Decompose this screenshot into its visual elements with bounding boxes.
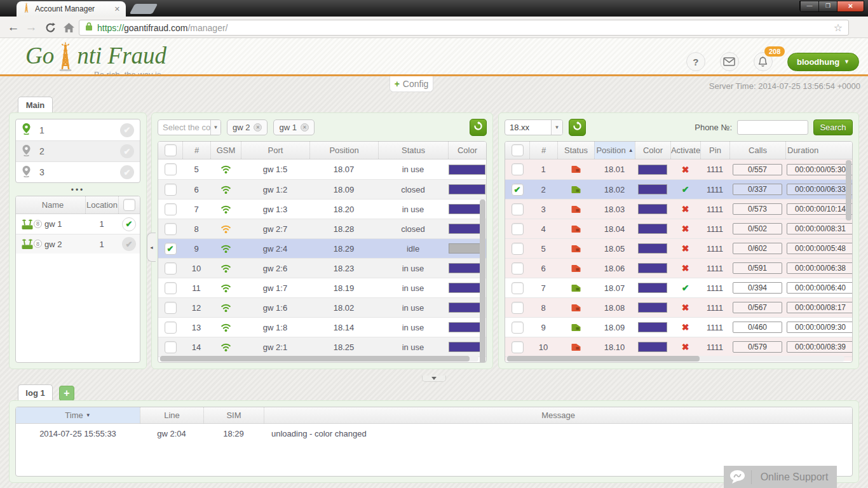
row-checkbox[interactable] bbox=[512, 302, 524, 314]
table-row[interactable]: 10gw 2:618.23in use bbox=[158, 258, 486, 278]
row-checkbox[interactable] bbox=[512, 223, 524, 235]
remove-tag-icon[interactable]: ✕ bbox=[301, 123, 309, 132]
help-button[interactable]: ? bbox=[686, 52, 705, 71]
online-support-button[interactable]: Online Support bbox=[724, 466, 837, 488]
table-row[interactable]: 518.05✖11110/60200:00:00/05:48 bbox=[505, 238, 852, 258]
column-header: Activate bbox=[670, 142, 700, 159]
row-checkbox[interactable] bbox=[512, 262, 524, 274]
refresh-sims-button[interactable] bbox=[569, 119, 586, 136]
new-tab-button[interactable] bbox=[130, 4, 158, 14]
sort-asc-icon: ▲ bbox=[628, 147, 634, 153]
gateway-check-icon[interactable]: ✔ bbox=[122, 237, 136, 251]
table-row[interactable]: 918.09✖11110/46000:00:00/09:30 bbox=[505, 317, 852, 337]
reload-button[interactable] bbox=[42, 19, 58, 36]
log-line: gw 2:04 bbox=[140, 429, 203, 438]
add-log-tab-button[interactable]: + bbox=[59, 386, 74, 401]
collapse-panel-handle[interactable]: ◄ bbox=[147, 233, 156, 262]
sims-horizontal-scrollbar[interactable] bbox=[506, 356, 844, 362]
ports-vertical-scrollbar[interactable] bbox=[480, 160, 485, 355]
log-time: 2014-07-25 15:55:33 bbox=[16, 429, 140, 438]
table-row[interactable]: 11gw 1:718.19in use bbox=[158, 278, 486, 297]
remove-tag-icon[interactable]: ✕ bbox=[254, 123, 262, 132]
color-bar bbox=[638, 283, 667, 293]
messages-button[interactable] bbox=[720, 52, 739, 71]
row-checkbox[interactable] bbox=[165, 144, 177, 156]
row-checkbox[interactable] bbox=[165, 302, 177, 314]
close-button[interactable]: ✕ bbox=[837, 1, 864, 11]
row-checkbox[interactable] bbox=[512, 341, 524, 353]
more-locations[interactable]: ••• bbox=[10, 186, 146, 194]
filter-tag[interactable]: gw 2✕ bbox=[227, 119, 268, 135]
row-checkbox[interactable] bbox=[512, 282, 524, 294]
row-checkbox[interactable] bbox=[512, 322, 524, 334]
table-row[interactable]: 12gw 1:618.02in use bbox=[158, 297, 486, 317]
table-row[interactable]: 7gw 1:318.20in use bbox=[158, 199, 486, 219]
row-checkbox[interactable] bbox=[123, 199, 135, 211]
tab-close-icon[interactable]: ✕ bbox=[114, 5, 120, 13]
table-row[interactable]: ✔9gw 2:418.29idle bbox=[158, 238, 486, 258]
location-check-icon[interactable]: ✔ bbox=[120, 123, 134, 137]
table-row[interactable]: 1018.10✖11110/57900:00:00/08:39 bbox=[505, 337, 852, 356]
gateway-row[interactable]: 8gw 11✔ bbox=[16, 214, 140, 234]
address-bar[interactable]: https://goantifraud.com/manager/ ☆ bbox=[79, 20, 849, 36]
port-number: 6 bbox=[182, 185, 210, 194]
table-row[interactable]: 118.01✖11110/55700:00:00/05:30 bbox=[505, 159, 852, 179]
filter-tag[interactable]: gw 1✕ bbox=[273, 119, 314, 135]
location-check-icon[interactable]: ✔ bbox=[120, 165, 134, 179]
refresh-ports-button[interactable] bbox=[470, 119, 487, 136]
row-checkbox[interactable] bbox=[165, 262, 177, 274]
phone-input[interactable] bbox=[737, 120, 808, 135]
bookmark-star-icon[interactable]: ☆ bbox=[834, 22, 843, 34]
notifications-button[interactable]: 208 bbox=[754, 52, 773, 71]
column-header: Pin bbox=[700, 142, 729, 159]
back-button[interactable]: ← bbox=[5, 19, 22, 36]
tab-main[interactable]: Main bbox=[18, 97, 53, 113]
location-row[interactable]: 3✔ bbox=[16, 161, 140, 182]
config-button[interactable]: + Config bbox=[390, 76, 433, 92]
row-checkbox[interactable] bbox=[165, 341, 177, 353]
gsm-signal-icon bbox=[210, 165, 241, 174]
table-row[interactable]: 13gw 1:818.14in use bbox=[158, 317, 486, 337]
table-row[interactable]: ✔218.02✔11110/33700:00:00/06:33 bbox=[505, 179, 852, 199]
browser-tab[interactable]: Account Manager ✕ bbox=[17, 1, 126, 17]
ports-horizontal-scrollbar[interactable] bbox=[159, 356, 478, 362]
row-checkbox[interactable]: ✔ bbox=[512, 184, 524, 196]
row-checkbox[interactable] bbox=[165, 163, 177, 175]
row-checkbox[interactable] bbox=[512, 203, 524, 215]
collapse-section-handle[interactable] bbox=[422, 376, 446, 382]
table-row[interactable]: 8gw 2:718.28closed bbox=[158, 219, 486, 238]
tab-log[interactable]: log 1 bbox=[18, 384, 53, 401]
sim-group-select[interactable]: 18.xx ▼ bbox=[505, 119, 563, 135]
row-checkbox[interactable] bbox=[165, 322, 177, 334]
table-row[interactable]: 14gw 2:118.25in use bbox=[158, 337, 486, 356]
table-row[interactable]: 5gw 1:518.07in use bbox=[158, 159, 486, 179]
gateway-row[interactable]: 8gw 21✔ bbox=[16, 234, 140, 254]
location-row[interactable]: 1✔ bbox=[16, 119, 140, 140]
table-row[interactable]: 6gw 1:218.09closed bbox=[158, 179, 486, 199]
search-button[interactable]: Search bbox=[813, 119, 853, 135]
log-row[interactable]: 2014-07-25 15:55:33gw 2:0418:29unloading… bbox=[16, 424, 852, 443]
row-checkbox[interactable] bbox=[512, 243, 524, 255]
sims-vertical-scrollbar[interactable] bbox=[846, 160, 851, 355]
minimize-button[interactable]: — bbox=[800, 1, 818, 11]
row-checkbox[interactable] bbox=[165, 184, 177, 196]
location-row[interactable]: 2✔ bbox=[16, 140, 140, 161]
table-row[interactable]: 718.07✔11110/39400:00:00/06:40 bbox=[505, 278, 852, 297]
row-checkbox[interactable] bbox=[165, 282, 177, 294]
home-button[interactable] bbox=[60, 19, 77, 36]
table-row[interactable]: 318.03✖11110/57300:00:00/10:14 bbox=[505, 199, 852, 219]
user-menu-button[interactable]: bloodhung ▼ bbox=[787, 53, 859, 71]
maximize-button[interactable]: ❐ bbox=[818, 1, 837, 11]
row-checkbox[interactable] bbox=[512, 163, 524, 175]
table-row[interactable]: 818.08✖11110/56700:00:00/08:17 bbox=[505, 297, 852, 317]
row-checkbox[interactable] bbox=[165, 223, 177, 235]
row-checkbox[interactable] bbox=[165, 203, 177, 215]
gateway-filter-select[interactable]: Select the co ▼ bbox=[158, 119, 221, 135]
gateway-check-icon[interactable]: ✔ bbox=[122, 217, 136, 231]
forward-button[interactable]: → bbox=[23, 19, 39, 36]
row-checkbox[interactable]: ✔ bbox=[165, 243, 177, 255]
location-check-icon[interactable]: ✔ bbox=[120, 144, 134, 158]
row-checkbox[interactable] bbox=[512, 144, 524, 156]
table-row[interactable]: 618.06✖11110/59100:00:00/06:38 bbox=[505, 258, 852, 278]
table-row[interactable]: 418.04✖11110/50200:00:00/08:31 bbox=[505, 219, 852, 238]
